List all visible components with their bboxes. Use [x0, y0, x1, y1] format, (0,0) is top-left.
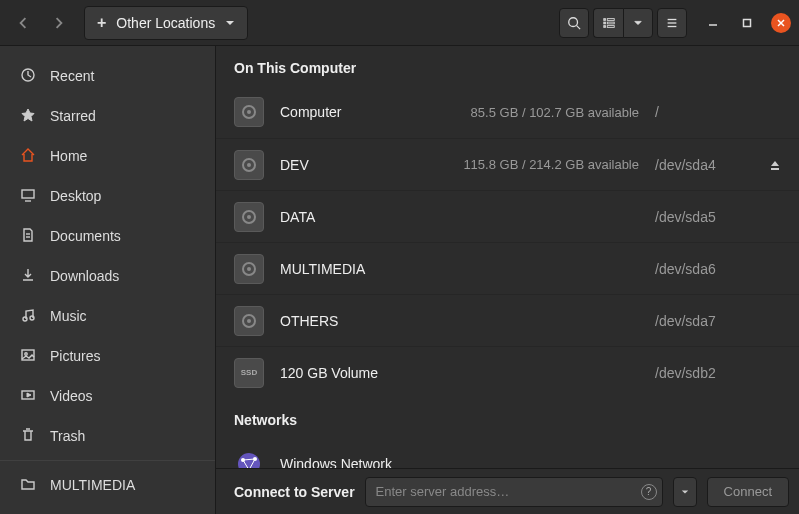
drive-path: /dev/sdb2: [655, 365, 747, 381]
drive-row[interactable]: SSD120 GB Volume/dev/sdb2: [216, 346, 799, 398]
section-title-computer: On This Computer: [216, 46, 799, 86]
connect-to-server-bar: Connect to Server ? Connect: [216, 468, 799, 514]
drive-name: DATA: [280, 209, 430, 225]
sidebar-item-label: Starred: [50, 108, 96, 124]
svg-point-21: [30, 316, 34, 320]
plus-icon: +: [97, 14, 106, 32]
harddisk-icon: [234, 150, 264, 180]
search-button[interactable]: [559, 8, 589, 38]
sidebar-item-documents[interactable]: Documents: [0, 216, 215, 256]
svg-rect-5: [607, 22, 614, 24]
ssd-icon: SSD: [234, 358, 264, 388]
svg-rect-6: [603, 25, 605, 27]
documents-icon: [20, 227, 36, 246]
sidebar-item-pictures[interactable]: Pictures: [0, 336, 215, 376]
sidebar-item-label: Videos: [50, 388, 93, 404]
help-icon[interactable]: ?: [641, 484, 657, 500]
drive-path: /dev/sda6: [655, 261, 747, 277]
sidebar-bookmark-dev[interactable]: DEV: [0, 505, 215, 514]
hamburger-menu-button[interactable]: [657, 8, 687, 38]
drive-row[interactable]: OTHERS/dev/sda7: [216, 294, 799, 346]
minimize-button[interactable]: [703, 13, 723, 33]
svg-rect-16: [22, 190, 34, 198]
path-label: Other Locations: [116, 15, 215, 31]
sidebar-separator: [0, 460, 215, 461]
svg-rect-2: [603, 18, 605, 20]
svg-rect-4: [603, 22, 605, 24]
drive-name: OTHERS: [280, 313, 430, 329]
desktop-icon: [20, 187, 36, 206]
svg-point-0: [569, 17, 578, 26]
network-name: Windows Network: [280, 456, 787, 468]
drive-path: /dev/sda7: [655, 313, 747, 329]
sidebar-bookmark-multimedia[interactable]: MULTIMEDIA: [0, 465, 215, 505]
connect-button-label: Connect: [724, 484, 772, 499]
drive-row[interactable]: Computer85.5 GB / 102.7 GB available/: [216, 86, 799, 138]
videos-icon: [20, 387, 36, 406]
view-dropdown-button[interactable]: [623, 8, 653, 38]
header-bar: + Other Locations: [0, 0, 799, 46]
svg-point-23: [25, 352, 27, 354]
sidebar-item-downloads[interactable]: Downloads: [0, 256, 215, 296]
connect-label: Connect to Server: [234, 484, 355, 500]
drive-name: MULTIMEDIA: [280, 261, 430, 277]
drive-row[interactable]: DEV115.8 GB / 214.2 GB available/dev/sda…: [216, 138, 799, 190]
sidebar-item-label: Home: [50, 148, 87, 164]
harddisk-icon: [234, 254, 264, 284]
drive-path: /: [655, 104, 747, 120]
sidebar-item-label: Music: [50, 308, 87, 324]
svg-line-1: [577, 25, 581, 29]
network-icon: [234, 449, 264, 468]
sidebar-item-starred[interactable]: Starred: [0, 96, 215, 136]
svg-rect-7: [607, 25, 614, 27]
sidebar-item-label: Downloads: [50, 268, 119, 284]
connect-button[interactable]: Connect: [707, 477, 789, 507]
harddisk-icon: [234, 202, 264, 232]
svg-point-20: [23, 317, 27, 321]
trash-icon: [20, 427, 36, 446]
drive-path: /dev/sda4: [655, 157, 747, 173]
harddisk-icon: [234, 97, 264, 127]
main-content: On This Computer Computer85.5 GB / 102.7…: [216, 46, 799, 514]
sidebar-item-recent[interactable]: Recent: [0, 56, 215, 96]
maximize-button[interactable]: [737, 13, 757, 33]
sidebar-item-music[interactable]: Music: [0, 296, 215, 336]
sidebar-item-trash[interactable]: Trash: [0, 416, 215, 456]
server-history-dropdown[interactable]: [673, 477, 697, 507]
clock-icon: [20, 67, 36, 86]
sidebar-item-label: Trash: [50, 428, 85, 444]
drive-name: DEV: [280, 157, 430, 173]
view-list-button[interactable]: [593, 8, 623, 38]
drive-name: 120 GB Volume: [280, 365, 430, 381]
home-icon: [20, 147, 36, 166]
nav-forward-button[interactable]: [44, 8, 74, 38]
sidebar-item-desktop[interactable]: Desktop: [0, 176, 215, 216]
network-row[interactable]: Windows Network: [216, 438, 799, 468]
drive-size: 115.8 GB / 214.2 GB available: [446, 157, 639, 172]
music-icon: [20, 307, 36, 326]
sidebar-item-videos[interactable]: Videos: [0, 376, 215, 416]
section-title-networks: Networks: [216, 398, 799, 438]
server-address-input[interactable]: [365, 477, 663, 507]
path-bar[interactable]: + Other Locations: [84, 6, 248, 40]
drive-name: Computer: [280, 104, 430, 120]
sidebar-item-label: Desktop: [50, 188, 101, 204]
drive-size: 85.5 GB / 102.7 GB available: [446, 105, 639, 120]
sidebar-item-label: MULTIMEDIA: [50, 477, 135, 493]
sidebar-item-label: Pictures: [50, 348, 101, 364]
sidebar-item-label: Documents: [50, 228, 121, 244]
drive-row[interactable]: MULTIMEDIA/dev/sda6: [216, 242, 799, 294]
pictures-icon: [20, 347, 36, 366]
nav-back-button[interactable]: [8, 8, 38, 38]
sidebar-item-label: Recent: [50, 68, 94, 84]
sidebar-item-home[interactable]: Home: [0, 136, 215, 176]
folder-icon: [20, 476, 36, 495]
drive-row[interactable]: DATA/dev/sda5: [216, 190, 799, 242]
close-button[interactable]: [771, 13, 791, 33]
harddisk-icon: [234, 306, 264, 336]
chevron-down-icon: [225, 14, 235, 32]
sidebar: RecentStarredHomeDesktopDocumentsDownloa…: [0, 46, 216, 514]
eject-button[interactable]: [763, 153, 787, 177]
drive-path: /dev/sda5: [655, 209, 747, 225]
svg-rect-3: [607, 18, 614, 20]
